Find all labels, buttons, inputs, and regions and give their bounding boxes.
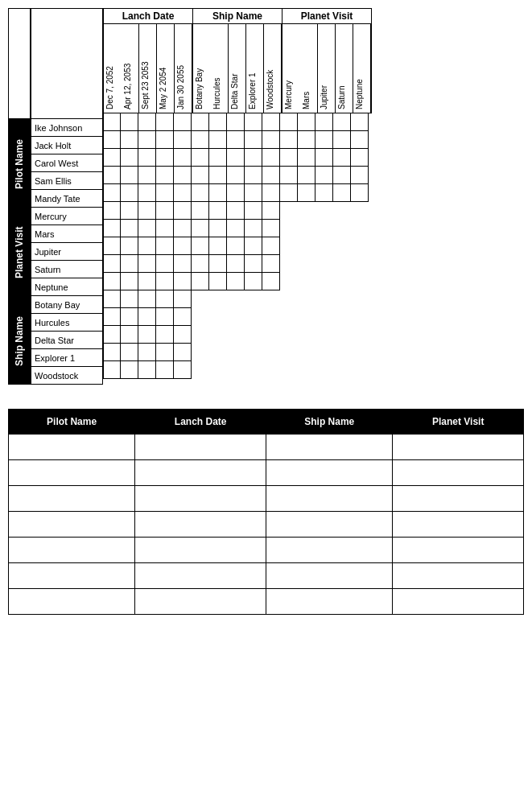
matrix-cell[interactable] (174, 220, 192, 237)
matrix-cell[interactable] (262, 202, 280, 220)
table-cell[interactable] (135, 460, 266, 486)
matrix-cell[interactable] (121, 255, 138, 273)
matrix-cell[interactable] (156, 344, 174, 361)
matrix-cell[interactable] (262, 113, 280, 131)
matrix-cell[interactable] (262, 184, 280, 202)
table-cell[interactable] (135, 486, 266, 512)
matrix-cell[interactable] (103, 361, 121, 379)
matrix-cell[interactable] (315, 113, 333, 131)
matrix-cell[interactable] (227, 202, 245, 220)
matrix-cell[interactable] (227, 131, 245, 149)
table-cell[interactable] (135, 512, 266, 538)
matrix-cell[interactable] (192, 149, 209, 167)
matrix-cell[interactable] (103, 131, 121, 149)
table-cell[interactable] (266, 512, 393, 538)
table-cell[interactable] (393, 435, 524, 460)
matrix-cell[interactable] (262, 131, 280, 149)
matrix-cell[interactable] (138, 273, 156, 290)
matrix-cell[interactable] (174, 326, 192, 344)
matrix-cell[interactable] (174, 308, 192, 326)
matrix-cell[interactable] (174, 255, 192, 273)
table-cell[interactable] (9, 538, 135, 563)
matrix-cell[interactable] (209, 184, 227, 202)
table-cell[interactable] (266, 435, 393, 460)
matrix-cell[interactable] (227, 255, 245, 273)
table-cell[interactable] (135, 563, 266, 589)
matrix-cell[interactable] (156, 255, 174, 273)
matrix-cell[interactable] (298, 149, 315, 167)
matrix-cell[interactable] (103, 113, 121, 131)
table-cell[interactable] (266, 589, 393, 615)
table-cell[interactable] (393, 486, 524, 512)
matrix-cell[interactable] (156, 167, 174, 184)
matrix-cell[interactable] (156, 113, 174, 131)
matrix-cell[interactable] (192, 255, 209, 273)
matrix-cell[interactable] (227, 220, 245, 237)
matrix-cell[interactable] (156, 149, 174, 167)
table-cell[interactable] (393, 563, 524, 589)
table-cell[interactable] (393, 589, 524, 615)
matrix-cell[interactable] (262, 167, 280, 184)
matrix-cell[interactable] (209, 149, 227, 167)
matrix-cell[interactable] (298, 184, 315, 202)
matrix-cell[interactable] (174, 113, 192, 131)
matrix-cell[interactable] (156, 131, 174, 149)
matrix-cell[interactable] (174, 167, 192, 184)
table-cell[interactable] (266, 538, 393, 563)
matrix-cell[interactable] (138, 255, 156, 273)
table-cell[interactable] (135, 589, 266, 615)
matrix-cell[interactable] (103, 255, 121, 273)
matrix-cell[interactable] (138, 237, 156, 255)
table-cell[interactable] (266, 460, 393, 486)
table-cell[interactable] (393, 512, 524, 538)
table-cell[interactable] (393, 460, 524, 486)
matrix-cell[interactable] (192, 167, 209, 184)
matrix-cell[interactable] (245, 167, 262, 184)
matrix-cell[interactable] (192, 202, 209, 220)
matrix-cell[interactable] (333, 167, 351, 184)
matrix-cell[interactable] (156, 361, 174, 379)
matrix-cell[interactable] (209, 113, 227, 131)
matrix-cell[interactable] (138, 361, 156, 379)
matrix-cell[interactable] (156, 237, 174, 255)
matrix-cell[interactable] (121, 344, 138, 361)
matrix-cell[interactable] (156, 290, 174, 308)
matrix-cell[interactable] (121, 273, 138, 290)
matrix-cell[interactable] (227, 184, 245, 202)
matrix-cell[interactable] (333, 113, 351, 131)
matrix-cell[interactable] (103, 308, 121, 326)
matrix-cell[interactable] (209, 131, 227, 149)
matrix-cell[interactable] (138, 167, 156, 184)
matrix-cell[interactable] (174, 361, 192, 379)
table-cell[interactable] (135, 538, 266, 563)
matrix-cell[interactable] (351, 184, 369, 202)
matrix-cell[interactable] (209, 220, 227, 237)
matrix-cell[interactable] (262, 255, 280, 273)
matrix-cell[interactable] (103, 273, 121, 290)
matrix-cell[interactable] (121, 326, 138, 344)
matrix-cell[interactable] (138, 202, 156, 220)
matrix-cell[interactable] (103, 326, 121, 344)
matrix-cell[interactable] (298, 131, 315, 149)
matrix-cell[interactable] (245, 131, 262, 149)
matrix-cell[interactable] (103, 220, 121, 237)
matrix-cell[interactable] (174, 202, 192, 220)
table-cell[interactable] (9, 460, 135, 486)
matrix-cell[interactable] (245, 149, 262, 167)
matrix-cell[interactable] (227, 113, 245, 131)
table-cell[interactable] (266, 486, 393, 512)
matrix-cell[interactable] (351, 131, 369, 149)
matrix-cell[interactable] (209, 273, 227, 290)
matrix-cell[interactable] (156, 308, 174, 326)
matrix-cell[interactable] (121, 220, 138, 237)
matrix-cell[interactable] (192, 220, 209, 237)
table-cell[interactable] (135, 435, 266, 460)
matrix-cell[interactable] (103, 184, 121, 202)
matrix-cell[interactable] (121, 131, 138, 149)
matrix-cell[interactable] (103, 290, 121, 308)
matrix-cell[interactable] (192, 131, 209, 149)
matrix-cell[interactable] (351, 167, 369, 184)
matrix-cell[interactable] (174, 273, 192, 290)
matrix-cell[interactable] (174, 344, 192, 361)
matrix-cell[interactable] (209, 237, 227, 255)
